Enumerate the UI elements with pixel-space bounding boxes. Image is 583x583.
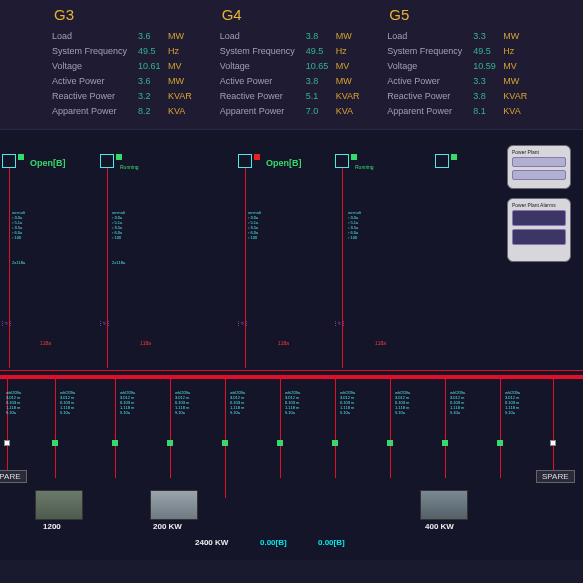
main-busbar xyxy=(0,375,583,379)
bay-3[interactable] xyxy=(238,154,252,168)
current-label: 118a xyxy=(140,340,151,346)
status-light xyxy=(451,154,457,160)
equipment-photo[interactable] xyxy=(150,490,198,520)
breaker[interactable] xyxy=(550,440,556,446)
generator-g5: G5 Load3.3MW System Frequency49.5Hz Volt… xyxy=(387,6,543,119)
readout-cluster: wr:mult▫ 3.0a▫ 5.1a▫ 3.5a▫ 6.0a▫ 100 xyxy=(248,210,261,240)
status-light xyxy=(351,154,357,160)
bay-1[interactable] xyxy=(2,154,16,168)
node-icon xyxy=(435,154,449,168)
readout-cluster: 2x118a xyxy=(112,260,125,265)
feeder-readout: wh/209a3.012 m0.103 m1.118 m9.10a xyxy=(6,390,21,415)
feeder-readout: wh/209a3.012 m0.103 m1.118 m9.10a xyxy=(340,390,355,415)
panel-row xyxy=(512,157,566,167)
kw-label: 400 KW xyxy=(425,522,454,531)
panel-title: Power Plant Alarms xyxy=(508,199,570,210)
readout-cluster: wr:mult▫ 3.0a▫ 5.1a▫ 3.5a▫ 6.0a▫ 100 xyxy=(12,210,25,240)
transformer-icon: ⋮≈⋮ xyxy=(0,320,13,326)
power-plant-alarms-panel[interactable]: Power Plant Alarms xyxy=(507,198,571,262)
open-label: Open[B] xyxy=(266,158,302,168)
breaker[interactable] xyxy=(52,440,58,446)
current-label: 118a xyxy=(278,340,289,346)
kw-label: 1200 xyxy=(43,522,61,531)
generator-title: G3 xyxy=(52,6,208,23)
breaker[interactable] xyxy=(387,440,393,446)
power-plant-panel[interactable]: Power Plant xyxy=(507,145,571,189)
feeder-readout: wh/209a3.012 m0.103 m1.118 m9.10a xyxy=(285,390,300,415)
spare-label: SPARE xyxy=(0,470,27,483)
breaker[interactable] xyxy=(112,440,118,446)
breaker[interactable] xyxy=(277,440,283,446)
running-label: Running xyxy=(355,164,374,170)
feeder-readout: wh/209a3.012 m0.103 m1.118 m9.10a xyxy=(60,390,75,415)
generator-g3: G3 Load3.6MW System Frequency49.5Hz Volt… xyxy=(52,6,208,119)
generator-panels: G3 Load3.6MW System Frequency49.5Hz Volt… xyxy=(0,0,583,130)
current-label: 118a xyxy=(40,340,51,346)
transformer-icon: ⋮≈⋮ xyxy=(333,320,346,326)
node-icon xyxy=(238,154,252,168)
feeder-readout: wh/209a3.012 m0.103 m1.118 m9.10a xyxy=(505,390,520,415)
status-light xyxy=(254,154,260,160)
generator-title: G5 xyxy=(387,6,543,23)
busbar-line xyxy=(0,370,583,371)
kw-label: 2400 KW xyxy=(195,538,228,547)
breaker[interactable] xyxy=(4,440,10,446)
panel-row xyxy=(512,170,566,180)
status-light xyxy=(18,154,24,160)
feeder-readout: wh/209a3.012 m0.103 m1.118 m9.10a xyxy=(120,390,135,415)
breaker[interactable] xyxy=(442,440,448,446)
breaker[interactable] xyxy=(167,440,173,446)
breaker[interactable] xyxy=(222,440,228,446)
running-label: Running xyxy=(120,164,139,170)
feeder-readout: wh/209a3.012 m0.103 m1.118 m9.10a xyxy=(175,390,190,415)
bay-5[interactable] xyxy=(435,154,449,168)
generator-g4: G4 Load3.8MW System Frequency49.5Hz Volt… xyxy=(220,6,376,119)
readout-cluster: 2x118a xyxy=(12,260,25,265)
node-icon xyxy=(2,154,16,168)
open-label: Open[B] xyxy=(30,158,66,168)
readout: 0.00[B] xyxy=(260,538,287,547)
status-light xyxy=(116,154,122,160)
breaker[interactable] xyxy=(497,440,503,446)
readout: 0.00[B] xyxy=(318,538,345,547)
feeder-readout: wh/209a3.012 m0.103 m1.118 m9.10a xyxy=(395,390,410,415)
equipment-photo[interactable] xyxy=(35,490,83,520)
feeder-readout: wh/209a3.012 m0.103 m1.118 m9.10a xyxy=(230,390,245,415)
readout-cluster: wr:mult▫ 3.0a▫ 5.1a▫ 3.5a▫ 6.0a▫ 100 xyxy=(348,210,361,240)
transformer-icon: ⋮≈⋮ xyxy=(236,320,249,326)
bay-2[interactable] xyxy=(100,154,114,168)
scada-diagram[interactable]: Open[B] Open[B] Running Running wr:mult▫… xyxy=(0,130,583,560)
node-icon xyxy=(335,154,349,168)
node-icon xyxy=(100,154,114,168)
alarm-row xyxy=(512,210,566,226)
feeder-readout: wh/209a3.012 m0.103 m1.118 m9.10a xyxy=(450,390,465,415)
current-label: 118a xyxy=(375,340,386,346)
kw-label: 200 KW xyxy=(153,522,182,531)
breaker[interactable] xyxy=(332,440,338,446)
readout-cluster: wr:mult▫ 3.0a▫ 5.1a▫ 3.5a▫ 6.0a▫ 100 xyxy=(112,210,125,240)
bay-4[interactable] xyxy=(335,154,349,168)
spare-label: SPARE xyxy=(536,470,575,483)
alarm-row xyxy=(512,229,566,245)
panel-title: Power Plant xyxy=(508,146,570,157)
equipment-photo[interactable] xyxy=(420,490,468,520)
generator-title: G4 xyxy=(220,6,376,23)
transformer-icon: ⋮≈⋮ xyxy=(98,320,111,326)
